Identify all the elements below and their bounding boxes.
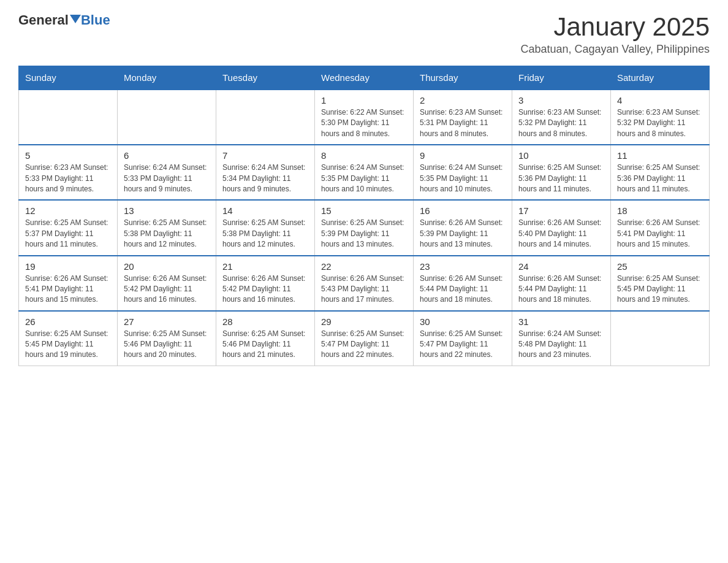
day-info: Sunrise: 6:24 AM Sunset: 5:35 PM Dayligh…	[321, 163, 407, 194]
calendar-cell: 28Sunrise: 6:25 AM Sunset: 5:46 PM Dayli…	[216, 311, 315, 366]
day-number: 17	[518, 205, 604, 216]
day-info: Sunrise: 6:25 AM Sunset: 5:36 PM Dayligh…	[617, 163, 703, 194]
day-info: Sunrise: 6:26 AM Sunset: 5:44 PM Dayligh…	[420, 274, 506, 305]
day-info: Sunrise: 6:26 AM Sunset: 5:39 PM Dayligh…	[420, 218, 506, 250]
day-number: 11	[617, 150, 703, 161]
day-info: Sunrise: 6:24 AM Sunset: 5:48 PM Dayligh…	[518, 329, 604, 361]
calendar-cell: 21Sunrise: 6:26 AM Sunset: 5:42 PM Dayli…	[216, 256, 315, 311]
weekday-header-saturday: Saturday	[611, 66, 710, 90]
week-row-5: 26Sunrise: 6:25 AM Sunset: 5:45 PM Dayli…	[19, 311, 710, 366]
calendar-cell: 20Sunrise: 6:26 AM Sunset: 5:42 PM Dayli…	[118, 256, 216, 311]
calendar-cell: 16Sunrise: 6:26 AM Sunset: 5:39 PM Dayli…	[414, 200, 512, 255]
day-number: 25	[617, 261, 703, 272]
day-number: 5	[25, 150, 111, 161]
day-number: 6	[124, 150, 210, 161]
day-number: 16	[420, 205, 506, 216]
day-number: 9	[420, 150, 506, 161]
day-info: Sunrise: 6:24 AM Sunset: 5:34 PM Dayligh…	[222, 163, 308, 194]
day-info: Sunrise: 6:23 AM Sunset: 5:33 PM Dayligh…	[25, 163, 111, 194]
month-title: January 2025	[520, 12, 710, 42]
day-info: Sunrise: 6:26 AM Sunset: 5:41 PM Dayligh…	[617, 218, 703, 250]
calendar-cell: 6Sunrise: 6:24 AM Sunset: 5:33 PM Daylig…	[118, 145, 216, 200]
title-section: January 2025 Cabatuan, Cagayan Valley, P…	[520, 12, 710, 56]
day-number: 10	[518, 150, 604, 161]
weekday-header-monday: Monday	[118, 66, 216, 90]
day-info: Sunrise: 6:25 AM Sunset: 5:47 PM Dayligh…	[321, 329, 407, 361]
day-number: 30	[420, 316, 506, 327]
day-number: 12	[25, 205, 111, 216]
calendar-cell: 13Sunrise: 6:25 AM Sunset: 5:38 PM Dayli…	[118, 200, 216, 255]
day-info: Sunrise: 6:25 AM Sunset: 5:46 PM Dayligh…	[124, 329, 210, 361]
calendar-cell: 8Sunrise: 6:24 AM Sunset: 5:35 PM Daylig…	[315, 145, 414, 200]
day-info: Sunrise: 6:25 AM Sunset: 5:45 PM Dayligh…	[617, 274, 703, 305]
calendar-cell: 2Sunrise: 6:23 AM Sunset: 5:31 PM Daylig…	[414, 90, 512, 145]
calendar-cell: 23Sunrise: 6:26 AM Sunset: 5:44 PM Dayli…	[414, 256, 512, 311]
day-info: Sunrise: 6:26 AM Sunset: 5:40 PM Dayligh…	[518, 218, 604, 250]
day-info: Sunrise: 6:26 AM Sunset: 5:42 PM Dayligh…	[124, 274, 210, 305]
calendar-cell: 10Sunrise: 6:25 AM Sunset: 5:36 PM Dayli…	[512, 145, 611, 200]
weekday-header-wednesday: Wednesday	[315, 66, 414, 90]
calendar-cell: 26Sunrise: 6:25 AM Sunset: 5:45 PM Dayli…	[19, 311, 118, 366]
day-number: 28	[222, 316, 308, 327]
week-row-4: 19Sunrise: 6:26 AM Sunset: 5:41 PM Dayli…	[19, 256, 710, 311]
calendar-cell: 30Sunrise: 6:25 AM Sunset: 5:47 PM Dayli…	[414, 311, 512, 366]
calendar-cell: 9Sunrise: 6:24 AM Sunset: 5:35 PM Daylig…	[414, 145, 512, 200]
day-info: Sunrise: 6:26 AM Sunset: 5:42 PM Dayligh…	[222, 274, 308, 305]
day-info: Sunrise: 6:25 AM Sunset: 5:45 PM Dayligh…	[25, 329, 111, 361]
weekday-header-thursday: Thursday	[414, 66, 512, 90]
calendar-cell: 19Sunrise: 6:26 AM Sunset: 5:41 PM Dayli…	[19, 256, 118, 311]
day-number: 2	[420, 95, 506, 105]
calendar-cell: 25Sunrise: 6:25 AM Sunset: 5:45 PM Dayli…	[611, 256, 710, 311]
day-info: Sunrise: 6:22 AM Sunset: 5:30 PM Dayligh…	[321, 107, 407, 139]
day-number: 20	[124, 261, 210, 272]
calendar-cell: 5Sunrise: 6:23 AM Sunset: 5:33 PM Daylig…	[19, 145, 118, 200]
week-row-2: 5Sunrise: 6:23 AM Sunset: 5:33 PM Daylig…	[19, 145, 710, 200]
weekday-header-friday: Friday	[512, 66, 611, 90]
calendar-cell: 24Sunrise: 6:26 AM Sunset: 5:44 PM Dayli…	[512, 256, 611, 311]
calendar-cell: 4Sunrise: 6:23 AM Sunset: 5:32 PM Daylig…	[611, 90, 710, 145]
day-info: Sunrise: 6:23 AM Sunset: 5:32 PM Dayligh…	[518, 107, 604, 139]
day-info: Sunrise: 6:24 AM Sunset: 5:33 PM Dayligh…	[124, 163, 210, 194]
day-number: 27	[124, 316, 210, 327]
calendar-cell: 12Sunrise: 6:25 AM Sunset: 5:37 PM Dayli…	[19, 200, 118, 255]
day-number: 8	[321, 150, 407, 161]
day-number: 22	[321, 261, 407, 272]
calendar-cell: 18Sunrise: 6:26 AM Sunset: 5:41 PM Dayli…	[611, 200, 710, 255]
calendar-cell	[611, 311, 710, 366]
calendar-table: SundayMondayTuesdayWednesdayThursdayFrid…	[18, 66, 710, 366]
logo-blue-text: Blue	[81, 12, 110, 28]
logo-arrow-icon	[70, 15, 81, 23]
calendar-cell: 14Sunrise: 6:25 AM Sunset: 5:38 PM Dayli…	[216, 200, 315, 255]
calendar-cell: 27Sunrise: 6:25 AM Sunset: 5:46 PM Dayli…	[118, 311, 216, 366]
week-row-3: 12Sunrise: 6:25 AM Sunset: 5:37 PM Dayli…	[19, 200, 710, 255]
day-number: 21	[222, 261, 308, 272]
day-info: Sunrise: 6:23 AM Sunset: 5:32 PM Dayligh…	[617, 107, 703, 139]
day-number: 19	[25, 261, 111, 272]
weekday-header-tuesday: Tuesday	[216, 66, 315, 90]
day-info: Sunrise: 6:25 AM Sunset: 5:36 PM Dayligh…	[518, 163, 604, 194]
day-number: 26	[25, 316, 111, 327]
page-header: General Blue January 2025 Cabatuan, Caga…	[18, 12, 710, 56]
day-info: Sunrise: 6:23 AM Sunset: 5:31 PM Dayligh…	[420, 107, 506, 139]
day-info: Sunrise: 6:25 AM Sunset: 5:38 PM Dayligh…	[222, 218, 308, 250]
logo-general-text: General	[18, 12, 69, 28]
day-info: Sunrise: 6:26 AM Sunset: 5:43 PM Dayligh…	[321, 274, 407, 305]
day-info: Sunrise: 6:25 AM Sunset: 5:39 PM Dayligh…	[321, 218, 407, 250]
calendar-cell	[118, 90, 216, 145]
day-info: Sunrise: 6:26 AM Sunset: 5:44 PM Dayligh…	[518, 274, 604, 305]
day-number: 13	[124, 205, 210, 216]
calendar-cell	[19, 90, 118, 145]
weekday-header-sunday: Sunday	[19, 66, 118, 90]
calendar-cell: 29Sunrise: 6:25 AM Sunset: 5:47 PM Dayli…	[315, 311, 414, 366]
weekday-header-row: SundayMondayTuesdayWednesdayThursdayFrid…	[19, 66, 710, 90]
calendar-cell: 3Sunrise: 6:23 AM Sunset: 5:32 PM Daylig…	[512, 90, 611, 145]
day-info: Sunrise: 6:24 AM Sunset: 5:35 PM Dayligh…	[420, 163, 506, 194]
day-info: Sunrise: 6:25 AM Sunset: 5:37 PM Dayligh…	[25, 218, 111, 250]
day-number: 3	[518, 95, 604, 105]
day-number: 31	[518, 316, 604, 327]
calendar-cell: 31Sunrise: 6:24 AM Sunset: 5:48 PM Dayli…	[512, 311, 611, 366]
day-info: Sunrise: 6:25 AM Sunset: 5:38 PM Dayligh…	[124, 218, 210, 250]
day-info: Sunrise: 6:26 AM Sunset: 5:41 PM Dayligh…	[25, 274, 111, 305]
calendar-cell: 15Sunrise: 6:25 AM Sunset: 5:39 PM Dayli…	[315, 200, 414, 255]
day-info: Sunrise: 6:25 AM Sunset: 5:46 PM Dayligh…	[222, 329, 308, 361]
